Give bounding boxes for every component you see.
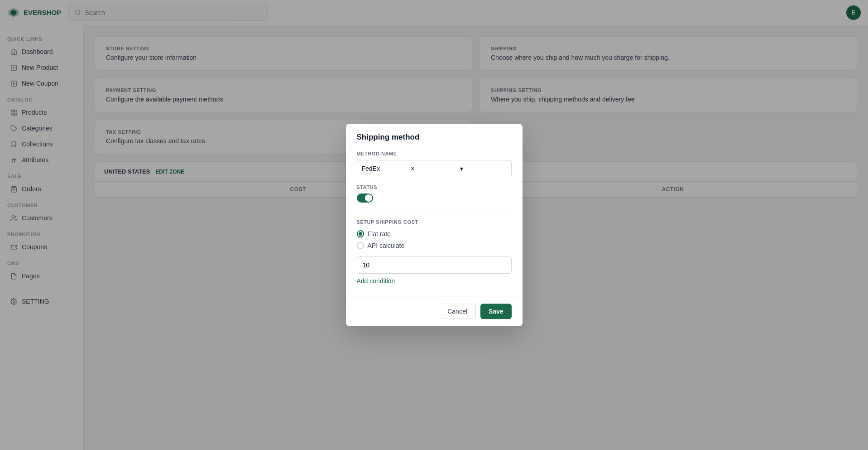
method-name-value: FedEx xyxy=(362,165,408,172)
modal-title: Shipping method xyxy=(357,133,512,142)
modal-body: METHOD NAME FedEx × ▾ Status SETUP SHIPP… xyxy=(346,151,523,296)
method-name-select[interactable]: FedEx × ▾ xyxy=(357,160,512,177)
cancel-button[interactable]: Cancel xyxy=(439,304,476,319)
select-clear-icon[interactable]: × xyxy=(411,165,457,172)
status-row: Status xyxy=(357,184,512,203)
status-toggle[interactable] xyxy=(357,194,373,203)
save-button[interactable]: Save xyxy=(480,304,512,319)
shipping-method-modal: Shipping method METHOD NAME FedEx × ▾ St… xyxy=(346,124,523,326)
flat-rate-radio[interactable] xyxy=(357,230,364,237)
modal-overlay: Shipping method METHOD NAME FedEx × ▾ St… xyxy=(0,0,868,450)
chevron-down-icon: ▾ xyxy=(460,165,507,172)
cost-input[interactable] xyxy=(357,256,512,274)
add-condition-link[interactable]: Add condition xyxy=(357,277,395,285)
api-calculate-label: API calculate xyxy=(368,242,405,249)
divider xyxy=(357,212,512,212)
method-name-label: METHOD NAME xyxy=(357,151,512,156)
api-calculate-option[interactable]: API calculate xyxy=(357,242,512,249)
setup-cost-label: SETUP SHIPPING COST xyxy=(357,219,512,225)
modal-footer: Cancel Save xyxy=(346,296,523,326)
status-label: Status xyxy=(357,184,512,190)
api-calculate-radio[interactable] xyxy=(357,242,364,249)
flat-rate-label: Flat rate xyxy=(368,230,391,237)
flat-rate-option[interactable]: Flat rate xyxy=(357,230,512,237)
cost-type-radio-group: Flat rate API calculate xyxy=(357,230,512,249)
modal-header: Shipping method xyxy=(346,124,523,142)
